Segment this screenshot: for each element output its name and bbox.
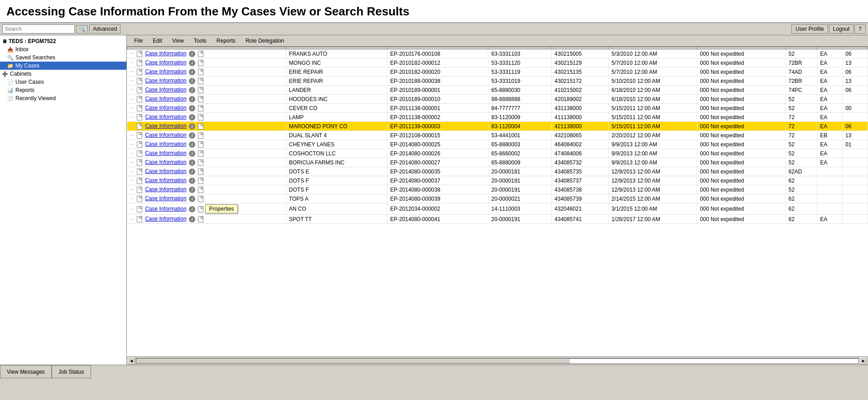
- info-icon[interactable]: i: [189, 96, 195, 102]
- page-icon: [198, 187, 203, 193]
- case-info-link[interactable]: Case Information: [145, 216, 186, 222]
- case-info-link[interactable]: Case Information: [145, 168, 186, 174]
- info-icon[interactable]: i: [189, 141, 195, 148]
- cell-code3: 06: [843, 49, 868, 58]
- info-icon[interactable]: i: [189, 216, 195, 222]
- view-messages-button[interactable]: View Messages: [0, 365, 52, 378]
- case-info-link[interactable]: Case Information: [145, 186, 186, 193]
- help-button[interactable]: ?: [854, 24, 866, 34]
- search-input[interactable]: [2, 24, 75, 34]
- case-doc-icon: [137, 141, 142, 148]
- cell-phone: 20-0000191: [488, 176, 552, 185]
- cell-code2: [817, 185, 843, 194]
- info-icon[interactable]: i: [189, 123, 195, 130]
- sidebar-root[interactable]: 🖥 TEDS : EPGM7522: [0, 37, 126, 45]
- scroll-right-arrow[interactable]: ►: [860, 357, 867, 365]
- menu-view[interactable]: View: [167, 36, 189, 45]
- sidebar-item-reports[interactable]: 📊 Reports: [0, 86, 126, 94]
- cell-code2: EA: [817, 149, 843, 158]
- cell-company: FRANKS AUTO: [286, 49, 387, 58]
- sidebar-item-recently-viewed[interactable]: 🕐 Recently Viewed: [0, 94, 126, 102]
- case-info-link[interactable]: Case Information: [145, 206, 186, 212]
- sidebar-item-saved-searches[interactable]: 🔍 Saved Searches: [0, 53, 126, 62]
- cell-date: 6/18/2010 12:00 AM: [608, 86, 697, 95]
- case-info-link[interactable]: Case Information: [145, 87, 186, 93]
- cell-date: 2/14/2015 12:00 AM: [608, 194, 697, 203]
- case-info-cell: Case Information i Properties: [127, 203, 286, 215]
- sidebar-item-my-cases[interactable]: 📁 My Cases: [0, 62, 126, 70]
- case-info-link[interactable]: Case Information: [145, 68, 186, 75]
- info-icon[interactable]: i: [189, 87, 195, 93]
- search-button[interactable]: 🔍: [76, 25, 88, 34]
- info-icon[interactable]: i: [189, 78, 195, 84]
- page-icon: [198, 132, 203, 139]
- info-icon[interactable]: i: [189, 150, 195, 157]
- case-info-link[interactable]: Case Information: [145, 123, 186, 129]
- cell-code1: 52: [786, 49, 817, 58]
- table-row: Case Information i PropertiesAN COEP-201…: [127, 203, 868, 215]
- cell-status: 000 Not expedited: [697, 185, 786, 194]
- cell-code3: [843, 167, 868, 176]
- cell-code1: 52: [786, 140, 817, 149]
- cabinets-icon: ➕: [2, 71, 8, 77]
- cell-code3: 13: [843, 58, 868, 67]
- info-icon[interactable]: i: [189, 105, 195, 111]
- info-icon[interactable]: i: [189, 187, 195, 193]
- sidebar-item-inbox[interactable]: 📥 Inbox: [0, 45, 126, 53]
- menu-edit[interactable]: Edit: [148, 36, 167, 45]
- scroll-left-arrow[interactable]: ◄: [128, 357, 135, 365]
- menu-reports[interactable]: Reports: [212, 36, 241, 45]
- cell-company: DOTS F: [286, 176, 387, 185]
- case-info-link[interactable]: Case Information: [145, 105, 186, 111]
- job-status-button[interactable]: Job Status: [52, 365, 91, 378]
- cell-company: LAMP: [286, 113, 387, 122]
- case-info-link[interactable]: Case Information: [145, 141, 186, 147]
- cell-phone: 63-3331103: [488, 49, 552, 58]
- case-info-link[interactable]: Case Information: [145, 132, 186, 138]
- page-icon: [198, 196, 203, 202]
- sidebar-item-user-cases[interactable]: 📄 User Cases: [0, 78, 126, 86]
- case-info-cell: Case Information i: [127, 185, 286, 194]
- info-icon[interactable]: i: [189, 169, 195, 175]
- col-status: [697, 47, 786, 49]
- info-icon[interactable]: i: [189, 51, 195, 57]
- menu-tools[interactable]: Tools: [189, 36, 212, 45]
- menu-file[interactable]: File: [129, 36, 148, 45]
- menu-role-delegation[interactable]: Role Delegation: [241, 36, 289, 45]
- sidebar-item-recently-viewed-label: Recently Viewed: [15, 95, 56, 101]
- case-info-link[interactable]: Case Information: [145, 50, 186, 57]
- cell-company: HOODGES INC: [286, 95, 387, 104]
- case-info-link[interactable]: Case Information: [145, 195, 186, 202]
- page-icon: [198, 206, 203, 212]
- sidebar-item-cabinets[interactable]: ➕ Cabinets: [0, 70, 126, 78]
- case-info-link[interactable]: Case Information: [145, 77, 186, 84]
- info-icon[interactable]: i: [189, 132, 195, 139]
- scroll-thumb[interactable]: [136, 359, 569, 363]
- info-icon[interactable]: i: [189, 60, 195, 66]
- info-icon[interactable]: i: [189, 69, 195, 75]
- case-info-link[interactable]: Case Information: [145, 96, 186, 102]
- table-row: Case Information i FRANKS AUTOEP-2010176…: [127, 49, 868, 58]
- info-icon[interactable]: i: [189, 114, 195, 120]
- logout-button[interactable]: Logout: [829, 24, 854, 34]
- advanced-button[interactable]: Advanced: [89, 24, 121, 34]
- cell-phone: 65-8880003: [488, 140, 552, 149]
- info-icon[interactable]: i: [189, 196, 195, 202]
- info-icon[interactable]: i: [189, 206, 195, 212]
- scroll-track[interactable]: [136, 358, 859, 364]
- case-doc-icon: [137, 206, 142, 212]
- case-info-link[interactable]: Case Information: [145, 177, 186, 183]
- case-info-link[interactable]: Case Information: [145, 150, 186, 156]
- case-info-link[interactable]: Case Information: [145, 59, 186, 66]
- top-toolbar: 🔍 Advanced User Profile Logout ?: [0, 23, 868, 35]
- cell-status: 000 Not expedited: [697, 167, 786, 176]
- case-info-link[interactable]: Case Information: [145, 114, 186, 120]
- cell-date: 9/9/2013 12:00 AM: [608, 158, 697, 167]
- info-icon[interactable]: i: [189, 159, 195, 166]
- case-info-cell: Case Information i: [127, 49, 286, 58]
- case-info-link[interactable]: Case Information: [145, 159, 186, 165]
- cell-code2: EB: [817, 131, 843, 140]
- cell-id: 410215002: [552, 86, 609, 95]
- user-profile-button[interactable]: User Profile: [791, 24, 828, 34]
- info-icon[interactable]: i: [189, 178, 195, 184]
